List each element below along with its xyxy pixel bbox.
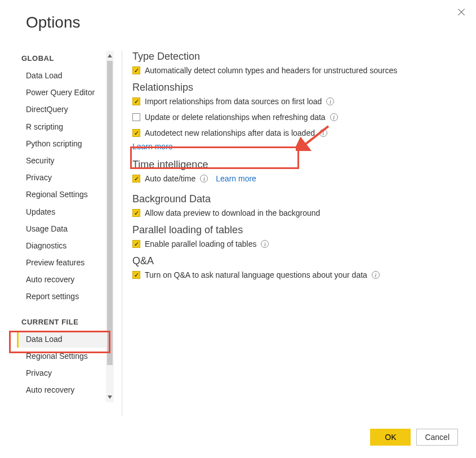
label-parallel-loading: Enable parallel loading of tables (145, 239, 256, 248)
sidebar-item-cf-data-load[interactable]: Data Load (17, 331, 106, 348)
dialog-body: GLOBAL Data Load Power Query Editor Dire… (17, 51, 459, 416)
sidebar-item-python-scripting[interactable]: Python scripting (17, 135, 106, 152)
sidebar-item-security[interactable]: Security (17, 152, 106, 169)
ok-button[interactable]: OK (370, 429, 411, 446)
label-import-relationships: Import relationships from data sources o… (145, 97, 322, 106)
sidebar-item-preview-features[interactable]: Preview features (17, 254, 106, 271)
label-autodetect-relationships: Autodetect new relationships after data … (145, 128, 315, 137)
sidebar-item-privacy[interactable]: Privacy (17, 169, 106, 186)
sidebar-item-diagnostics[interactable]: Diagnostics (17, 237, 106, 254)
scroll-down-icon[interactable] (106, 392, 114, 402)
group-type-detection: Type Detection (132, 51, 459, 63)
sidebar-item-usage-data[interactable]: Usage Data (17, 220, 106, 237)
sidebar-item-cf-auto-recovery[interactable]: Auto recovery (17, 381, 106, 398)
sidebar: GLOBAL Data Load Power Query Editor Dire… (17, 51, 114, 416)
scroll-up-icon[interactable] (106, 51, 114, 61)
checkbox-auto-date-time[interactable]: ✓ (132, 175, 140, 183)
sidebar-item-regional-settings[interactable]: Regional Settings (17, 186, 106, 203)
sidebar-item-updates[interactable]: Updates (17, 203, 106, 220)
group-parallel-loading: Parallel loading of tables (132, 224, 459, 236)
dialog-footer: OK Cancel (370, 429, 458, 446)
group-qa: Q&A (132, 255, 459, 267)
label-qa-enable: Turn on Q&A to ask natural language ques… (145, 270, 367, 279)
link-relationships-learn-more[interactable]: Learn more (132, 142, 459, 151)
checkbox-background-preview[interactable]: ✓ (132, 209, 140, 217)
settings-content: Type Detection ✓ Automatically detect co… (132, 51, 459, 416)
sidebar-item-cf-regional-settings[interactable]: Regional Settings (17, 348, 106, 364)
sidebar-item-directquery[interactable]: DirectQuery (17, 101, 106, 118)
cancel-button[interactable]: Cancel (416, 429, 458, 446)
group-relationships: Relationships (132, 82, 459, 94)
checkbox-auto-detect-types[interactable]: ✓ (132, 66, 140, 74)
label-auto-detect-types: Automatically detect column types and he… (145, 66, 397, 75)
checkbox-update-relationships[interactable] (132, 113, 140, 121)
label-background-preview: Allow data preview to download in the ba… (145, 208, 320, 217)
group-time-intelligence: Time intelligence (132, 159, 459, 171)
scroll-thumb[interactable] (107, 61, 113, 365)
checkbox-autodetect-relationships[interactable]: ✓ (132, 129, 140, 137)
label-update-relationships: Update or delete relationships when refr… (145, 113, 326, 122)
sidebar-item-cf-privacy[interactable]: Privacy (17, 364, 106, 381)
sidebar-section-current-file: CURRENT FILE (21, 318, 106, 326)
info-icon[interactable]: i (372, 271, 380, 279)
info-icon[interactable]: i (330, 113, 338, 121)
dialog-title: Options (26, 14, 81, 32)
sidebar-item-auto-recovery[interactable]: Auto recovery (17, 271, 106, 288)
label-auto-date-time: Auto date/time (145, 174, 195, 183)
info-icon[interactable]: i (326, 97, 334, 105)
sidebar-item-r-scripting[interactable]: R scripting (17, 118, 106, 135)
sidebar-scrollbar[interactable] (106, 51, 114, 402)
info-icon[interactable]: i (319, 129, 327, 137)
group-background-data: Background Data (132, 193, 459, 205)
close-icon[interactable] (457, 8, 466, 17)
sidebar-section-global: GLOBAL (21, 54, 106, 63)
vertical-divider (122, 51, 122, 416)
sidebar-item-power-query-editor[interactable]: Power Query Editor (17, 84, 106, 101)
checkbox-parallel-loading[interactable]: ✓ (132, 240, 140, 248)
checkbox-qa-enable[interactable]: ✓ (132, 271, 140, 279)
link-time-intel-learn-more[interactable]: Learn more (216, 174, 256, 183)
info-icon[interactable]: i (261, 240, 269, 248)
sidebar-item-data-load[interactable]: Data Load (17, 67, 106, 84)
sidebar-item-report-settings[interactable]: Report settings (17, 288, 106, 305)
checkbox-import-relationships[interactable]: ✓ (132, 97, 140, 105)
info-icon[interactable]: i (200, 175, 208, 183)
